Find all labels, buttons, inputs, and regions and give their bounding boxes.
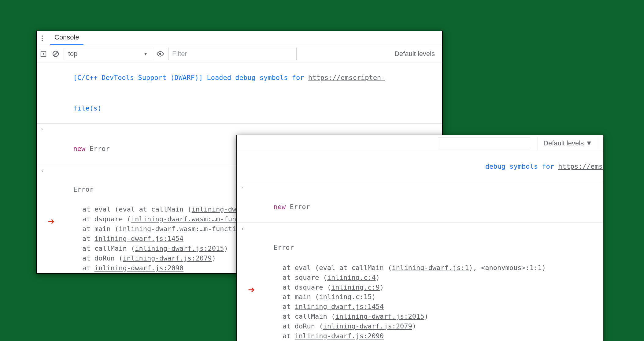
stack-frame-text: at doRun ( (266, 322, 323, 330)
filter-input[interactable] (168, 48, 297, 60)
symbols-url-link[interactable]: https://emscripten- (308, 74, 385, 81)
stack-frame-text: at (266, 303, 295, 310)
stack-frame: at doRun (inlining-dwarf.js:2079) (237, 321, 603, 331)
error-word: Error (85, 145, 109, 152)
output-caret-icon[interactable] (241, 224, 245, 234)
svg-point-3 (159, 53, 161, 55)
stack-frame-tail: ) (224, 245, 228, 252)
stack-frame: at inlining-dwarf.js:2090 (237, 331, 603, 341)
log-levels-selector[interactable]: Default levels ▼ (538, 137, 595, 150)
log-input-line: › new Error (237, 182, 603, 223)
stack-frame-text: at eval (eval at callMain ( (266, 264, 392, 272)
expand-caret-icon[interactable]: › (40, 125, 44, 133)
stack-frame-text: at callMain ( (266, 313, 335, 320)
stack-frame-text: at (266, 332, 295, 340)
console-toolbar-partial: Default levels ▼ (237, 135, 603, 151)
stack-frame: ➔ at dsquare (inlining.c:9) (237, 283, 603, 292)
devtools-panel-after: Default levels ▼ debug symbols for https… (236, 135, 603, 341)
source-link[interactable]: inlining-dwarf.js:1454 (94, 235, 183, 242)
expand-caret-icon[interactable]: › (241, 183, 244, 191)
error-head: Error (273, 244, 294, 251)
stack-frame: at eval (eval at callMain (inlining-dwar… (237, 263, 603, 273)
stack-frame-text: at callMain ( (66, 245, 135, 252)
log-output-line: Error (237, 222, 603, 263)
stack-frame-tail: ) (412, 322, 416, 330)
log-levels-label: Default levels (394, 50, 435, 58)
keyword-new: new (273, 203, 286, 211)
stack-frame-tail: ) (212, 254, 216, 262)
symbols-url-link[interactable]: https://ems (558, 163, 603, 170)
source-link[interactable]: inlining.c:4 (327, 274, 376, 281)
stack-frame: at square (inlining.c:4) (237, 273, 603, 283)
stack-frame: at callMain (inlining-dwarf.js:2015) (237, 312, 603, 321)
live-expression-icon[interactable] (156, 50, 165, 58)
stack-frame: at inlining-dwarf.js:1454 (237, 302, 603, 312)
svg-line-2 (54, 52, 57, 56)
stack-frame-text: at doRun ( (66, 254, 123, 262)
keyword-new: new (73, 145, 85, 152)
console-log-area: debug symbols for https://ems › new Erro… (237, 151, 603, 341)
toolbar-divider (599, 137, 601, 149)
error-head: Error (73, 185, 93, 193)
stack-frame-tail: ) (376, 274, 380, 281)
stack-frame-tail: ) (372, 293, 376, 301)
source-link[interactable]: inlining-dwarf.js:2079 (123, 254, 212, 262)
stack-frame-text: at main ( (66, 225, 119, 233)
source-link[interactable]: inlining-dwarf.js:2079 (323, 322, 412, 330)
stack-frame-text: at main ( (266, 293, 319, 301)
context-selector[interactable]: top ▼ (64, 48, 152, 60)
stack-frame-tail: ) (424, 313, 428, 320)
context-selector-value: top (68, 50, 78, 58)
stack-frame-text: at (66, 264, 94, 272)
clear-console-icon[interactable] (51, 50, 60, 58)
tab-console[interactable]: Console (50, 31, 83, 45)
filter-input[interactable] (438, 137, 530, 149)
stack-frame-text: at (66, 235, 94, 242)
source-link[interactable]: inlining-dwarf.js:2015 (335, 313, 424, 320)
error-word: Error (286, 203, 310, 211)
log-message-text: [C/C++ DevTools Support (DWARF)] Loaded … (73, 74, 308, 81)
source-link[interactable]: inlining.c:9 (331, 283, 380, 291)
log-info-line: [C/C++ DevTools Support (DWARF)] Loaded … (37, 62, 442, 93)
stack-frame: at main (inlining.c:15) (237, 292, 603, 302)
log-message-text: debug symbols for (485, 163, 558, 170)
log-info-line-2: file(s) (37, 93, 442, 124)
kebab-menu-icon[interactable] (39, 35, 46, 42)
stack-frame-text: at eval (eval at callMain ( (66, 205, 192, 213)
source-link[interactable]: inlining-dwarf.js:2090 (295, 332, 384, 340)
source-link[interactable]: inlining-dwarf.js:1454 (295, 303, 384, 310)
log-levels-label: Default levels ▼ (543, 139, 592, 147)
source-link[interactable]: inlining.c:15 (319, 293, 372, 301)
stack-frame-text: at dsquare ( (66, 215, 131, 223)
tab-strip: Console (37, 31, 442, 45)
chevron-down-icon: ▼ (143, 51, 148, 56)
source-link[interactable]: inlining-dwarf.js:2015 (135, 245, 224, 252)
stack-frame-text: at dsquare ( (266, 283, 331, 291)
console-toolbar: top ▼ Default levels (37, 45, 442, 62)
source-link[interactable]: inlining-dwarf.js:1 (392, 264, 469, 272)
stack-frame-tail: ), <anonymous>:1:1) (469, 264, 546, 272)
log-message-text-2: file(s) (73, 104, 102, 112)
execution-play-icon[interactable] (39, 50, 48, 58)
output-caret-icon[interactable] (40, 166, 44, 175)
stack-frame-text: at square ( (266, 274, 327, 281)
log-info-line: debug symbols for https://ems (237, 151, 603, 182)
source-link[interactable]: inlining-dwarf.js:2090 (94, 264, 183, 272)
log-levels-selector[interactable]: Default levels (394, 50, 440, 58)
stack-frame-tail: ) (380, 283, 384, 291)
